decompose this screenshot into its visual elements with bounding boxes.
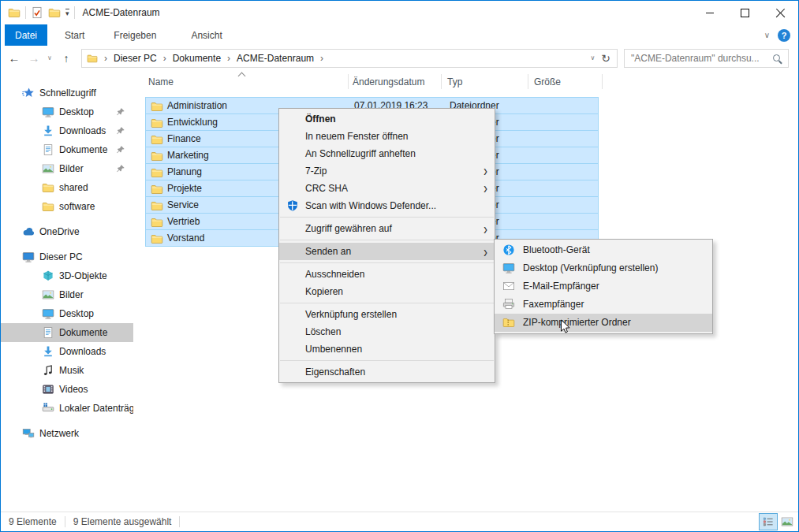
file-name: Entwicklung [167, 117, 218, 128]
close-button[interactable] [763, 1, 798, 24]
submenu-item-desktop-verkn-pfung-erstellen-[interactable]: Desktop (Verknüpfung erstellen) [495, 259, 712, 277]
menu-item-kopieren[interactable]: Kopieren [279, 283, 495, 300]
sidebar-item-musik[interactable]: Musik [1, 361, 133, 380]
film-icon [42, 383, 54, 396]
menu-item-umbenennen[interactable]: Umbenennen [279, 340, 495, 358]
qat-properties-button[interactable] [31, 6, 43, 19]
sidebar-item-shared[interactable]: shared [1, 178, 133, 197]
explorer-window: ▾ ACME-Datenraum DateiStartFreigebenAnsi… [0, 0, 799, 532]
mouse-cursor [560, 319, 570, 334]
qat-new-folder-button[interactable] [48, 6, 61, 19]
tab-freigeben[interactable]: Freigeben [103, 24, 167, 46]
sidebar-section-onedrive: OneDrive [1, 222, 133, 241]
menu-item-label: An Schnellzugriff anheften [305, 148, 416, 159]
search-icon[interactable] [773, 54, 780, 61]
menu-item--ffnen[interactable]: Öffnen [279, 110, 495, 128]
menu-item-label: Ausschneiden [305, 269, 364, 280]
menu-item-crc-sha[interactable]: CRC SHA› [279, 180, 495, 197]
menu-item-zugriff-gew-hren-auf[interactable]: Zugriff gewähren auf› [279, 220, 495, 237]
submenu-item-zip-komprimierter-ordner[interactable]: ZIP-komprimierter Ordner [495, 314, 712, 332]
submenu-arrow-icon: › [484, 240, 487, 263]
sidebar-item-downloads[interactable]: Downloads [1, 121, 133, 140]
recent-locations-icon[interactable]: ∨ [43, 54, 56, 61]
refresh-icon[interactable]: ↻ [601, 52, 610, 65]
file-name: Vorstand [167, 233, 204, 244]
column-divider[interactable] [602, 74, 603, 89]
thumbnails-view-button[interactable] [778, 513, 797, 530]
sidebar-item-label: Lokaler Datenträger (C [59, 403, 133, 414]
file-name: Vertrieb [167, 216, 200, 227]
sidebar-item-label: 3D-Objekte [59, 270, 107, 281]
sidebar-item-3d-objekte[interactable]: 3D-Objekte [1, 266, 133, 285]
column-divider[interactable] [528, 74, 528, 89]
ribbon-tab-bar: DateiStartFreigebenAnsicht ∨ ? [1, 24, 798, 47]
menu-item-in-neuem-fenster-ffnen[interactable]: In neuem Fenster öffnen [279, 128, 495, 145]
tab-start[interactable]: Start [54, 24, 95, 46]
sidebar-item-desktop[interactable]: Desktop [1, 304, 133, 323]
sidebar-item-desktop[interactable]: Desktop [1, 102, 133, 121]
sidebar-item-downloads[interactable]: Downloads [1, 342, 133, 361]
menu-item-eigenschaften[interactable]: Eigenschaften [279, 363, 495, 381]
address-dropdown-icon[interactable]: ∨ [590, 54, 595, 61]
divider [179, 516, 180, 527]
column-header-typ[interactable]: Typ [447, 76, 462, 87]
column-header-name[interactable]: Name [148, 76, 174, 87]
sidebar-section-schnellzugriff: SchnellzugriffDesktopDownloadsDokumenteB… [1, 84, 133, 216]
column-header-gr-e[interactable]: Größe [534, 76, 561, 87]
menu-item-senden-an[interactable]: Senden an› [279, 243, 495, 260]
breadcrumb-segment[interactable]: ACME-Datenraum [237, 53, 314, 64]
submenu-item-bluetooth-ger-t[interactable]: Bluetooth-Gerät [495, 241, 712, 259]
menu-item-label: Verknüpfung erstellen [305, 309, 397, 320]
submenu-item-e-mail-empf-nger[interactable]: E-Mail-Empfänger [495, 277, 712, 296]
sidebar-item-schnellzugriff[interactable]: Schnellzugriff [1, 84, 133, 102]
navigation-toolbar: ← → ∨ ↑ ›Dieser PC›Dokumente›ACME-Datenr… [1, 46, 798, 71]
qat-customize-button[interactable]: ▾ [65, 9, 69, 17]
sidebar-item-software[interactable]: software [1, 197, 133, 216]
ribbon-collapse-icon[interactable]: ∨ [764, 31, 770, 39]
column-divider[interactable] [441, 74, 442, 89]
up-button[interactable]: ↑ [56, 52, 77, 65]
menu-item-label: 7-Zip [305, 166, 327, 177]
menu-item-scan-with-windows-defender-[interactable]: Scan with Windows Defender... [279, 197, 495, 214]
tab-ansicht[interactable]: Ansicht [180, 24, 233, 46]
forward-button[interactable]: → [24, 51, 43, 65]
sidebar-item-lokaler-datentr-ger-c[interactable]: Lokaler Datenträger (C [1, 399, 133, 418]
sidebar-item-dokumente[interactable]: Dokumente [1, 323, 133, 342]
sidebar-item-label: Musik [59, 365, 84, 376]
sidebar-item-netzwerk[interactable]: Netzwerk [1, 424, 133, 443]
menu-item-l-schen[interactable]: Löschen [279, 323, 495, 340]
back-button[interactable]: ← [4, 51, 24, 65]
search-box[interactable]: "ACME-Datenraum" durchsu... [624, 49, 789, 68]
minimize-button[interactable] [692, 1, 727, 24]
menu-item-7-zip[interactable]: 7-Zip› [279, 162, 495, 180]
column-header--nderungsdatum[interactable]: Änderungsdatum [353, 76, 424, 87]
divider [74, 6, 75, 19]
submenu-item-label: Bluetooth-Gerät [523, 244, 590, 255]
sidebar-item-bilder[interactable]: Bilder [1, 285, 133, 304]
sidebar-item-dokumente[interactable]: Dokumente [1, 140, 133, 159]
pin-icon [116, 145, 125, 154]
sidebar-item-onedrive[interactable]: OneDrive [1, 222, 133, 241]
column-divider[interactable] [348, 74, 349, 89]
document-icon [42, 326, 54, 339]
folder-icon [151, 183, 163, 195]
address-bar[interactable]: ›Dieser PC›Dokumente›ACME-Datenraum› ∨ ↻ [81, 49, 618, 68]
menu-item-verkn-pfung-erstellen[interactable]: Verknüpfung erstellen [279, 306, 495, 323]
menu-item-ausschneiden[interactable]: Ausschneiden [279, 266, 495, 283]
minimize-icon [706, 13, 714, 13]
sidebar-item-videos[interactable]: Videos [1, 380, 133, 399]
maximize-button[interactable] [727, 1, 763, 24]
submenu-item-faxempf-nger[interactable]: Faxempfänger [495, 296, 712, 314]
pin-icon [116, 126, 125, 136]
breadcrumb-segment[interactable]: Dokumente [173, 53, 221, 64]
tab-datei[interactable]: Datei [5, 24, 47, 46]
sidebar-section-dieser pc: Dieser PC3D-ObjekteBilderDesktopDokument… [1, 247, 133, 418]
breadcrumb-segment[interactable]: Dieser PC [114, 53, 157, 64]
help-icon[interactable]: ? [778, 29, 790, 42]
monitor-icon [502, 262, 515, 274]
sidebar-item-bilder[interactable]: Bilder [1, 159, 133, 178]
sidebar-item-dieser pc[interactable]: Dieser PC [1, 247, 133, 266]
zip-folder-icon [502, 316, 515, 329]
details-view-button[interactable] [759, 513, 778, 530]
menu-item-an-schnellzugriff-anheften[interactable]: An Schnellzugriff anheften [279, 145, 495, 162]
